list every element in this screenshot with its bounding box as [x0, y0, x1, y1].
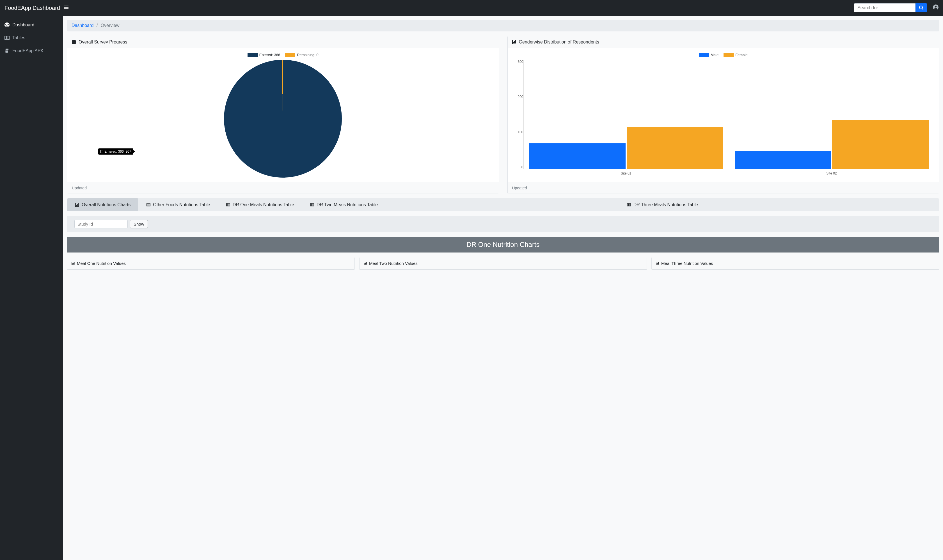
- legend-label: Female: [735, 53, 747, 57]
- card-footer: Updated: [67, 182, 499, 194]
- app-title: FoodEApp Dashboard: [5, 5, 60, 11]
- card-survey-progress: Overall Survey Progress Entered: 366 Rem…: [67, 36, 499, 194]
- tooltip-text: Entered: 366: 367: [105, 149, 131, 154]
- barchart-icon: [512, 40, 517, 44]
- barchart-icon: [364, 262, 367, 265]
- sidebar-item-label: Dashboard: [12, 22, 34, 28]
- tab-label: Other Foods Nutritions Table: [153, 202, 210, 207]
- main-content: Dashboard / Overview Overall Survey Prog…: [63, 16, 943, 560]
- sub-card-title: Meal One Nutrition Values: [77, 261, 126, 266]
- tab-dr-one[interactable]: DR One Meals Nutritions Table: [218, 198, 302, 211]
- legend-label: Male: [710, 53, 718, 57]
- table-icon: [226, 203, 230, 207]
- legend-item[interactable]: Male: [699, 53, 718, 57]
- sidebar-item-label: Tables: [12, 35, 25, 40]
- bar-y-axis: 3002001000: [512, 60, 524, 169]
- filter-bar: Show: [67, 216, 939, 232]
- legend-item[interactable]: Remaining: 0: [285, 53, 319, 57]
- tab-label: DR Three Meals Nutritions Table: [633, 202, 698, 207]
- tooltip-swatch: [100, 150, 103, 153]
- legend-item[interactable]: Entered: 366: [248, 53, 280, 57]
- breadcrumb-root-link[interactable]: Dashboard: [72, 23, 94, 28]
- bar-x-axis: Site 01Site 02: [524, 171, 935, 175]
- pie-slice-area[interactable]: [224, 60, 342, 178]
- breadcrumb-current: Overview: [101, 23, 120, 28]
- tab-label: DR Two Meals Nutritions Table: [317, 202, 378, 207]
- tab-label: DR One Meals Nutritions Table: [233, 202, 294, 207]
- tab-dr-two[interactable]: DR Two Meals Nutritions Table: [302, 198, 386, 211]
- breadcrumb-separator: /: [97, 23, 98, 28]
- card-gender-distribution: Genderwise Distribution of Respondents M…: [507, 36, 939, 194]
- x-tick: Site 02: [729, 171, 934, 175]
- table-icon: [627, 203, 631, 207]
- legend-item[interactable]: Female: [724, 53, 747, 57]
- y-tick: 0: [512, 165, 524, 169]
- bar-group: [729, 60, 934, 169]
- table-icon: [146, 203, 151, 207]
- sidebar-item-label: FoodEApp APK: [12, 48, 43, 53]
- section-banner: DR One Nutrition Charts: [67, 237, 939, 252]
- sub-card-title: Meal Three Nutrition Values: [661, 261, 713, 266]
- study-id-input[interactable]: [74, 220, 128, 228]
- sidebar-item-dashboard[interactable]: Dashboard: [0, 18, 63, 31]
- bar[interactable]: [832, 120, 929, 169]
- sidebar-item-tables[interactable]: Tables: [0, 31, 63, 44]
- nutrition-tabs: Overall Nutritions Charts Other Foods Nu…: [67, 198, 939, 211]
- y-tick: 100: [512, 130, 524, 134]
- sub-card-meal-three: Meal Three Nutrition Values: [652, 257, 939, 270]
- user-icon: [933, 5, 938, 10]
- search-icon: [919, 6, 924, 10]
- sub-card-meal-one: Meal One Nutrition Values: [67, 257, 355, 270]
- bar[interactable]: [627, 127, 723, 169]
- card-title: Overall Survey Progress: [79, 40, 127, 45]
- card-header: Overall Survey Progress: [67, 36, 499, 48]
- sub-card-meal-two: Meal Two Nutrition Values: [359, 257, 647, 270]
- card-header: Genderwise Distribution of Respondents: [508, 36, 939, 48]
- pie-legend: Entered: 366 Remaining: 0: [72, 53, 494, 57]
- pie-chart: Entered: 366: 367: [72, 60, 494, 178]
- sidebar-item-apk[interactable]: FoodEApp APK: [0, 44, 63, 57]
- search-group: [854, 3, 927, 12]
- legend-swatch: [248, 53, 257, 57]
- tab-other-foods[interactable]: Other Foods Nutritions Table: [139, 198, 218, 211]
- legend-label: Entered: 366: [259, 53, 280, 57]
- sidebar: Dashboard Tables FoodEApp APK: [0, 16, 63, 560]
- card-footer: Updated: [508, 182, 939, 194]
- bar-legend: Male Female: [512, 53, 935, 57]
- sub-cards-row: Meal One Nutrition Values Meal Two Nutri…: [67, 257, 939, 270]
- card-title: Genderwise Distribution of Respondents: [519, 40, 599, 45]
- show-button[interactable]: Show: [130, 220, 148, 228]
- chart-tooltip: Entered: 366: 367: [98, 148, 133, 155]
- barchart-icon: [71, 262, 75, 265]
- tab-dr-three[interactable]: DR Three Meals Nutritions Table: [386, 198, 939, 211]
- barchart-icon: [656, 262, 659, 265]
- tab-overall-nutritions[interactable]: Overall Nutritions Charts: [67, 198, 139, 211]
- tab-label: Overall Nutritions Charts: [82, 202, 131, 207]
- barchart-icon: [75, 203, 79, 207]
- android-icon: [5, 48, 9, 53]
- bar-plot-area[interactable]: [524, 60, 935, 169]
- navbar: FoodEApp Dashboard: [0, 0, 943, 16]
- bar-chart: 3002001000 Site 01Site 02: [512, 60, 935, 178]
- table-icon: [310, 203, 314, 207]
- legend-swatch: [724, 53, 733, 57]
- table-icon: [5, 35, 9, 40]
- piechart-icon: [72, 40, 76, 44]
- y-tick: 200: [512, 95, 524, 99]
- legend-swatch: [285, 53, 295, 57]
- bar-group: [524, 60, 729, 169]
- legend-label: Remaining: 0: [297, 53, 319, 57]
- user-menu-button[interactable]: [933, 5, 938, 11]
- gauge-icon: [5, 22, 9, 28]
- x-tick: Site 01: [524, 171, 729, 175]
- y-tick: 300: [512, 60, 524, 64]
- bar[interactable]: [735, 151, 831, 169]
- menu-toggle-icon[interactable]: [63, 5, 69, 11]
- bar[interactable]: [529, 143, 626, 169]
- legend-swatch: [699, 53, 709, 57]
- search-input[interactable]: [854, 3, 915, 12]
- sub-card-title: Meal Two Nutrition Values: [369, 261, 418, 266]
- search-button[interactable]: [915, 3, 927, 12]
- breadcrumb: Dashboard / Overview: [67, 20, 939, 31]
